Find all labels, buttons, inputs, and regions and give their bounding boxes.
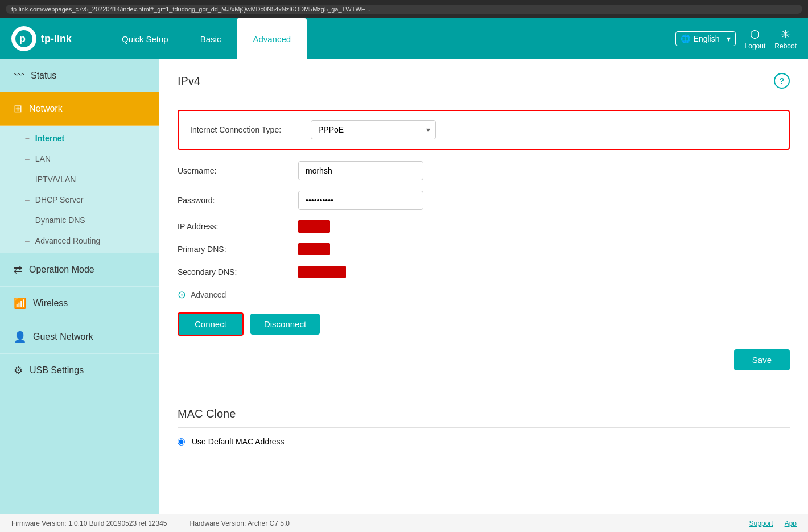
sidebar-wireless-label: Wireless: [33, 298, 68, 308]
app-link[interactable]: App: [785, 519, 797, 527]
advanced-toggle[interactable]: ⊙ Advanced: [178, 288, 790, 301]
firmware-version: Firmware Version: 1.0.10 Build 20190523 …: [11, 519, 167, 527]
submenu-internet-label: Internet: [35, 134, 64, 143]
disconnect-button[interactable]: Disconnect: [250, 314, 320, 335]
network-icon: ⊞: [14, 102, 22, 115]
username-row: Username:: [178, 161, 790, 180]
secondary-dns-row: Secondary DNS:: [178, 266, 790, 278]
submenu-item-internet[interactable]: Internet: [0, 128, 159, 149]
help-icon[interactable]: ?: [774, 73, 790, 89]
sidebar-item-operation-mode[interactable]: ⇄ Operation Mode: [0, 253, 159, 287]
sidebar: 〰 Status ⊞ Network Internet LAN IPTV/VLA…: [0, 59, 159, 514]
svg-text:p: p: [19, 33, 26, 44]
sidebar-item-wireless[interactable]: 📶 Wireless: [0, 287, 159, 320]
main-layout: 〰 Status ⊞ Network Internet LAN IPTV/VLA…: [0, 59, 808, 514]
browser-bar: tp-link.com/webpages_c7v5_20220414/index…: [0, 0, 808, 18]
submenu-item-advanced-routing[interactable]: Advanced Routing: [0, 230, 159, 251]
ip-address-redacted: [298, 220, 330, 233]
submenu-item-lan[interactable]: LAN: [0, 149, 159, 169]
primary-dns-row: Primary DNS:: [178, 243, 790, 255]
sidebar-guest-network-label: Guest Network: [33, 332, 93, 342]
logout-label: Logout: [745, 42, 766, 50]
language-dropdown[interactable]: English Chinese French German Spanish: [694, 34, 723, 43]
connection-type-select[interactable]: Dynamic IP Static IP PPPoE L2TP PPTP: [311, 120, 436, 139]
password-label: Password:: [178, 196, 291, 205]
network-submenu: Internet LAN IPTV/VLAN DHCP Server Dynam…: [0, 126, 159, 253]
submenu-item-dhcp[interactable]: DHCP Server: [0, 189, 159, 210]
password-input[interactable]: [298, 191, 423, 210]
password-row: Password:: [178, 191, 790, 210]
primary-dns-label: Primary DNS:: [178, 245, 291, 254]
footer-links: Support App: [749, 519, 797, 527]
main-nav: Quick Setup Basic Advanced: [106, 18, 307, 59]
secondary-dns-label: Secondary DNS:: [178, 267, 291, 277]
globe-icon: 🌐: [681, 34, 690, 43]
sidebar-usb-label: USB Settings: [30, 365, 84, 376]
language-selector[interactable]: 🌐 English Chinese French German Spanish …: [675, 31, 736, 46]
reboot-button[interactable]: ✳ Reboot: [774, 27, 797, 50]
reboot-label: Reboot: [774, 42, 797, 50]
logo-area: p tp-link: [11, 26, 72, 51]
status-icon: 〰: [14, 69, 24, 81]
logo-icon: p: [11, 26, 36, 51]
browser-url: tp-link.com/webpages_c7v5_20220414/index…: [6, 5, 802, 14]
submenu-lan-label: LAN: [35, 154, 51, 163]
submenu-iptv-label: IPTV/VLAN: [35, 175, 76, 184]
ip-address-row: IP Address:: [178, 220, 790, 233]
username-input[interactable]: [298, 161, 423, 180]
username-label: Username:: [178, 166, 291, 175]
save-button[interactable]: Save: [734, 349, 790, 370]
connection-type-wrapper: Internet Connection Type: Dynamic IP Sta…: [178, 110, 790, 150]
footer: Firmware Version: 1.0.10 Build 20190523 …: [0, 514, 808, 532]
ipv4-divider: [178, 98, 790, 98]
submenu-item-dynamic-dns[interactable]: Dynamic DNS: [0, 210, 159, 230]
main-content: IPv4 ? Internet Connection Type: Dynamic…: [159, 59, 808, 514]
logout-button[interactable]: ⬡ Logout: [745, 27, 766, 50]
ip-address-label: IP Address:: [178, 222, 291, 231]
mac-clone-divider: [178, 398, 790, 398]
use-default-mac-radio[interactable]: [178, 438, 185, 446]
tab-quick-setup[interactable]: Quick Setup: [106, 18, 184, 59]
submenu-item-iptv-vlan[interactable]: IPTV/VLAN: [0, 169, 159, 189]
sidebar-item-usb-settings[interactable]: ⚙ USB Settings: [0, 354, 159, 387]
wireless-icon: 📶: [14, 297, 26, 310]
logout-icon: ⬡: [750, 27, 760, 41]
advanced-toggle-label: Advanced: [191, 290, 226, 299]
chevron-circle-down-icon: ⊙: [178, 288, 186, 301]
header-right: 🌐 English Chinese French German Spanish …: [675, 27, 797, 50]
mac-clone-section-divider: [178, 427, 790, 428]
header: p tp-link Quick Setup Basic Advanced 🌐 E…: [0, 18, 808, 59]
primary-dns-redacted: [298, 243, 330, 255]
sidebar-item-network[interactable]: ⊞ Network: [0, 92, 159, 126]
connection-type-select-wrapper: Dynamic IP Static IP PPPoE L2TP PPTP ▾: [311, 120, 436, 139]
ipv4-section-header: IPv4 ?: [178, 73, 790, 89]
guest-network-icon: 👤: [14, 331, 26, 343]
sidebar-operation-mode-label: Operation Mode: [29, 265, 94, 275]
save-row: Save: [178, 349, 790, 384]
sidebar-item-guest-network[interactable]: 👤 Guest Network: [0, 320, 159, 354]
operation-mode-icon: ⇄: [14, 263, 22, 276]
connect-button[interactable]: Connect: [178, 312, 244, 336]
hardware-version: Hardware Version: Archer C7 5.0: [190, 519, 290, 527]
submenu-routing-label: Advanced Routing: [35, 236, 100, 245]
usb-icon: ⚙: [14, 364, 23, 377]
mac-clone-title: MAC Clone: [178, 407, 790, 420]
sidebar-status-label: Status: [31, 71, 56, 81]
connection-type-label: Internet Connection Type:: [190, 125, 304, 134]
chevron-down-icon: ▾: [727, 34, 731, 43]
secondary-dns-redacted: [298, 266, 346, 278]
sidebar-network-label: Network: [29, 104, 63, 114]
logo-text: tp-link: [41, 33, 72, 45]
use-default-mac-label: Use Default MAC Address: [192, 437, 285, 446]
action-buttons-row: Connect Disconnect: [178, 312, 790, 336]
tab-advanced[interactable]: Advanced: [237, 18, 307, 59]
submenu-dhcp-label: DHCP Server: [35, 195, 84, 204]
use-default-mac-row: Use Default MAC Address: [178, 437, 790, 446]
support-link[interactable]: Support: [749, 519, 773, 527]
submenu-ddns-label: Dynamic DNS: [35, 216, 85, 225]
sidebar-item-status[interactable]: 〰 Status: [0, 59, 159, 92]
reboot-icon: ✳: [781, 27, 790, 41]
tab-basic[interactable]: Basic: [184, 18, 237, 59]
ipv4-title: IPv4: [178, 75, 200, 88]
